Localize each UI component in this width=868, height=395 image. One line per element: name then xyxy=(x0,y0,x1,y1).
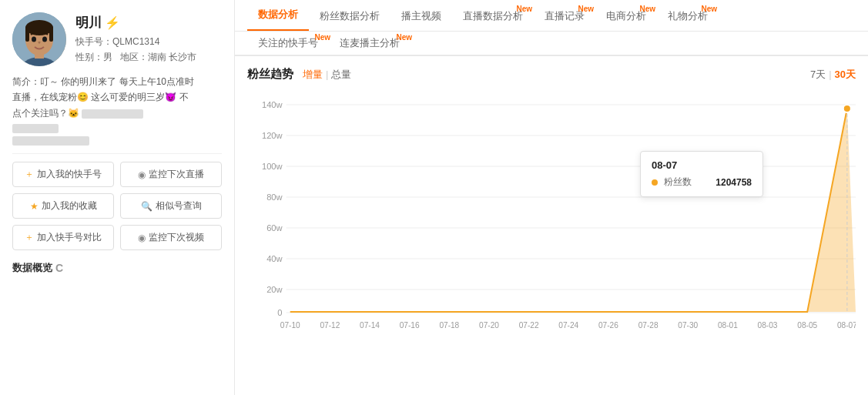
tab-data-analysis-label: 数据分析 xyxy=(258,8,298,20)
profile-header: 明川 ⚡ 快手号：QLMC1314 性别：男 地区：湖南 长沙市 xyxy=(12,12,222,66)
tab-live-analysis[interactable]: New 直播数据分析 xyxy=(452,2,534,31)
refresh-icon[interactable]: C xyxy=(55,262,63,274)
tab-streamer-video-label: 播主视频 xyxy=(401,10,441,22)
tab-live-analysis-label: 直播数据分析 xyxy=(463,10,523,22)
tab-gift-analysis[interactable]: New 礼物分析 xyxy=(657,2,719,31)
chart-title: 粉丝趋势 xyxy=(247,67,293,82)
similar-search-label: 相似号查询 xyxy=(156,199,202,213)
avatar xyxy=(12,12,66,66)
svg-text:40w: 40w xyxy=(266,254,283,263)
profile-info: 明川 ⚡ 快手号：QLMC1314 性别：男 地区：湖南 长沙市 xyxy=(75,14,196,65)
svg-text:07-20: 07-20 xyxy=(479,321,499,330)
time-7-days[interactable]: 7天 xyxy=(810,68,826,82)
svg-text:07-28: 07-28 xyxy=(638,321,659,330)
kuaishou-id-label: 快手号： xyxy=(75,36,112,47)
svg-text:07-12: 07-12 xyxy=(320,321,340,330)
tab-data-analysis[interactable]: 数据分析 xyxy=(247,0,309,31)
svg-text:07-18: 07-18 xyxy=(439,321,459,330)
toggle-increase[interactable]: 增量 xyxy=(303,68,323,82)
plus-icon-2: ＋ xyxy=(25,231,34,244)
tab-followed-kuaishou[interactable]: New 关注的快手号 xyxy=(247,32,329,55)
eye-icon-2: ◉ xyxy=(138,233,146,243)
svg-text:0: 0 xyxy=(277,308,282,317)
add-compare-button[interactable]: ＋ 加入快手号对比 xyxy=(12,225,114,250)
svg-text:08-05: 08-05 xyxy=(797,321,817,330)
tab-collab-analysis[interactable]: New 连麦播主分析 xyxy=(329,32,411,55)
chart-time-group: 7天 | 30天 xyxy=(810,68,856,82)
add-kuaishou-button[interactable]: ＋ 加入我的快手号 xyxy=(12,162,114,187)
svg-text:07-26: 07-26 xyxy=(598,321,618,330)
svg-text:100w: 100w xyxy=(262,162,283,171)
monitor-live-button[interactable]: ◉ 监控下次直播 xyxy=(120,162,222,187)
svg-text:07-16: 07-16 xyxy=(400,321,420,330)
profile-meta: 快手号：QLMC1314 性别：男 地区：湖南 长沙市 xyxy=(75,34,196,65)
chart-area: 粉丝趋势 增量 | 总量 7天 | 30天 xyxy=(235,56,868,395)
svg-text:07-10: 07-10 xyxy=(280,321,300,330)
tabs-row-2: New 关注的快手号 New 连麦播主分析 xyxy=(235,32,868,56)
svg-text:140w: 140w xyxy=(262,100,283,109)
lightning-icon: ⚡ xyxy=(105,15,120,30)
tab-ecommerce[interactable]: New 电商分析 xyxy=(595,2,657,31)
bio-line2: 直播，在线宠粉😊 这么可爱的明三岁😈 不 xyxy=(12,92,189,102)
profile-name: 明川 xyxy=(75,14,102,32)
tab-fans-analysis[interactable]: 粉丝数据分析 xyxy=(309,2,390,31)
svg-text:08-01: 08-01 xyxy=(718,321,738,330)
eye-icon-1: ◉ xyxy=(138,169,146,180)
tab-streamer-video[interactable]: 播主视频 xyxy=(390,2,452,31)
tabs-row-1: 数据分析 粉丝数据分析 播主视频 New 直播数据分析 New 直播记录 New… xyxy=(235,0,868,32)
data-overview-label: 数据概览 xyxy=(12,261,52,275)
svg-text:07-30: 07-30 xyxy=(678,321,698,330)
tab-followed-kuaishou-label: 关注的快手号 xyxy=(258,37,318,49)
bio-blur-3 xyxy=(12,136,89,146)
star-icon: ★ xyxy=(30,201,39,212)
data-overview: 数据概览 C xyxy=(12,261,222,275)
sidebar: 明川 ⚡ 快手号：QLMC1314 性别：男 地区：湖南 长沙市 简介：叮～ 你… xyxy=(0,0,235,395)
action-buttons: ＋ 加入我的快手号 ◉ 监控下次直播 ★ 加入我的收藏 🔍 相似号查询 ＋ 加入… xyxy=(12,162,222,250)
add-favorite-button[interactable]: ★ 加入我的收藏 xyxy=(12,193,114,219)
add-compare-label: 加入快手号对比 xyxy=(37,231,102,244)
svg-text:07-14: 07-14 xyxy=(360,321,380,330)
add-kuaishou-label: 加入我的快手号 xyxy=(37,168,102,181)
svg-text:07-24: 07-24 xyxy=(558,321,578,330)
svg-text:08-03: 08-03 xyxy=(758,321,778,330)
chart-header: 粉丝趋势 增量 | 总量 7天 | 30天 xyxy=(247,67,856,82)
gender: 男 xyxy=(103,52,112,62)
tab-collab-new: New xyxy=(396,33,412,42)
monitor-live-label: 监控下次直播 xyxy=(149,168,204,181)
monitor-video-label: 监控下次视频 xyxy=(149,231,204,244)
region: 湖南 长沙市 xyxy=(148,52,196,62)
search-icon-1: 🔍 xyxy=(141,201,152,212)
bio-blur-2 xyxy=(12,124,59,133)
similar-search-button[interactable]: 🔍 相似号查询 xyxy=(120,193,222,219)
gender-label: 性别： xyxy=(75,52,103,62)
svg-text:80w: 80w xyxy=(266,192,283,202)
svg-text:08-07: 08-07 xyxy=(837,321,856,330)
svg-point-4 xyxy=(25,20,53,35)
tab-live-record-new: New xyxy=(578,5,594,13)
add-favorite-label: 加入我的收藏 xyxy=(42,199,97,213)
region-label: 地区： xyxy=(120,52,148,62)
time-sep: | xyxy=(829,69,831,80)
time-30-days[interactable]: 30天 xyxy=(835,68,856,82)
tab-gift-analysis-new: New xyxy=(701,5,717,13)
tab-ecommerce-new: New xyxy=(639,5,655,13)
chart-svg: 140w 120w 100w 80w 60w 40w 20w 0 07-10 0… xyxy=(247,89,856,336)
tab-live-analysis-new: New xyxy=(516,5,532,13)
tab-fans-analysis-label: 粉丝数据分析 xyxy=(320,10,380,22)
svg-text:60w: 60w xyxy=(266,223,283,233)
chart-toggle: 增量 | 总量 xyxy=(303,68,351,82)
svg-rect-5 xyxy=(25,26,29,42)
svg-text:20w: 20w xyxy=(266,285,283,294)
svg-marker-40 xyxy=(290,109,856,312)
monitor-video-button[interactable]: ◉ 监控下次视频 xyxy=(120,225,222,250)
plus-icon-1: ＋ xyxy=(25,168,34,181)
bio-line1: 简介：叮～ 你的明川来了 每天上午10点准时 xyxy=(12,76,194,87)
svg-point-7 xyxy=(32,37,36,42)
tab-live-record[interactable]: New 直播记录 xyxy=(534,2,595,31)
toggle-sep: | xyxy=(326,69,328,80)
toggle-total[interactable]: 总量 xyxy=(331,68,351,82)
chart-svg-wrapper: 140w 120w 100w 80w 60w 40w 20w 0 07-10 0… xyxy=(247,89,856,351)
svg-point-42 xyxy=(843,105,851,112)
bio-section: 简介：叮～ 你的明川来了 每天上午10点准时 直播，在线宠粉😊 这么可爱的明三岁… xyxy=(12,74,222,154)
tab-collab-analysis-label: 连麦播主分析 xyxy=(340,37,400,49)
